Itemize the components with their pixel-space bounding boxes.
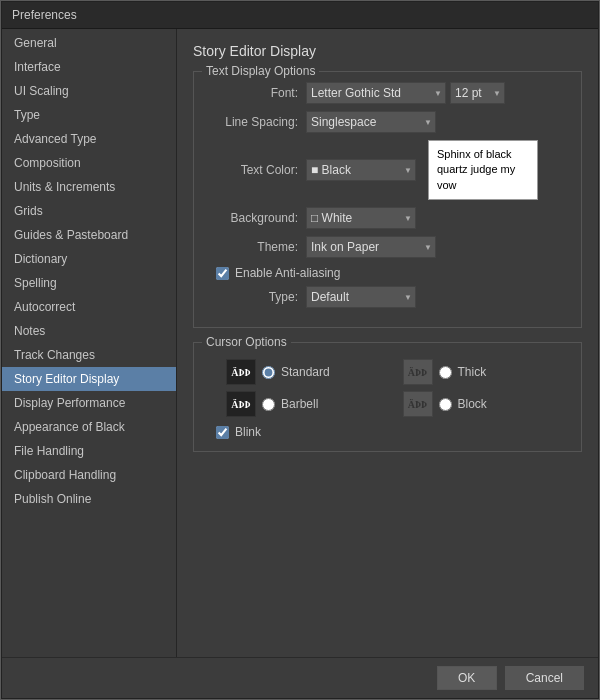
line-spacing-select[interactable]: Singlespace: [306, 111, 436, 133]
cursor-label-barbell[interactable]: Barbell: [281, 397, 318, 411]
antialiasing-checkbox[interactable]: [216, 267, 229, 280]
preview-text: Sphinx of black quartz judge my vow: [437, 148, 515, 191]
text-color-select-wrapper: ■ Black □ White: [306, 159, 416, 181]
blink-label[interactable]: Blink: [235, 425, 261, 439]
panel-title: Story Editor Display: [193, 43, 582, 59]
footer: OK Cancel: [2, 657, 598, 698]
sidebar-list: GeneralInterfaceUI ScalingTypeAdvanced T…: [2, 29, 176, 511]
theme-select-wrapper: Ink on Paper: [306, 236, 436, 258]
background-row: Background: □ White ■ Black: [206, 207, 569, 229]
cursor-icon-block: ÄÞÞ: [403, 391, 433, 417]
sidebar-item-file-handling[interactable]: File Handling: [2, 439, 176, 463]
cursor-radio-barbell[interactable]: [262, 398, 275, 411]
theme-row: Theme: Ink on Paper: [206, 236, 569, 258]
background-controls: □ White ■ Black: [306, 207, 416, 229]
sidebar-item-composition[interactable]: Composition: [2, 151, 176, 175]
theme-controls: Ink on Paper: [306, 236, 436, 258]
cursor-radio-block[interactable]: [439, 398, 452, 411]
sidebar-item-autocorrect[interactable]: Autocorrect: [2, 295, 176, 319]
font-size-select-wrapper: 12 pt: [450, 82, 505, 104]
ok-button[interactable]: OK: [437, 666, 497, 690]
cursor-icon-thick: ÄÞÞ: [403, 359, 433, 385]
text-color-select[interactable]: ■ Black □ White: [306, 159, 416, 181]
title-bar: Preferences: [2, 2, 598, 29]
sidebar-item-grids[interactable]: Grids: [2, 199, 176, 223]
cursor-label-thick[interactable]: Thick: [458, 365, 487, 379]
sidebar-item-dictionary[interactable]: Dictionary: [2, 247, 176, 271]
blink-row: Blink: [216, 425, 569, 439]
text-color-controls: ■ Black □ White Sphinx of black quartz j…: [306, 140, 538, 200]
text-display-group-title: Text Display Options: [202, 64, 319, 78]
text-color-label: Text Color:: [206, 163, 306, 177]
cursor-label-standard[interactable]: Standard: [281, 365, 330, 379]
sidebar-item-advanced-type[interactable]: Advanced Type: [2, 127, 176, 151]
background-select[interactable]: □ White ■ Black: [306, 207, 416, 229]
text-preview-box: Sphinx of black quartz judge my vow: [428, 140, 538, 200]
sidebar: GeneralInterfaceUI ScalingTypeAdvanced T…: [2, 29, 177, 657]
dialog-title: Preferences: [12, 8, 77, 22]
sidebar-item-spelling[interactable]: Spelling: [2, 271, 176, 295]
background-label: Background:: [206, 211, 306, 225]
type-label: Type:: [206, 290, 306, 304]
sidebar-item-display-performance[interactable]: Display Performance: [2, 391, 176, 415]
type-select-wrapper: Default: [306, 286, 416, 308]
font-row: Font: Letter Gothic Std 12 pt: [206, 82, 569, 104]
cursor-group-title: Cursor Options: [202, 335, 291, 349]
type-row: Type: Default: [206, 286, 569, 308]
sidebar-item-story-editor-display[interactable]: Story Editor Display: [2, 367, 176, 391]
cursor-radio-thick[interactable]: [439, 366, 452, 379]
cursor-radio-standard[interactable]: [262, 366, 275, 379]
sidebar-item-ui-scaling[interactable]: UI Scaling: [2, 79, 176, 103]
main-panel: Story Editor Display Text Display Option…: [177, 29, 598, 657]
blink-checkbox[interactable]: [216, 426, 229, 439]
sidebar-item-track-changes[interactable]: Track Changes: [2, 343, 176, 367]
font-controls: Letter Gothic Std 12 pt: [306, 82, 505, 104]
theme-select[interactable]: Ink on Paper: [306, 236, 436, 258]
background-select-wrapper: □ White ■ Black: [306, 207, 416, 229]
sidebar-item-guides--pasteboard[interactable]: Guides & Pasteboard: [2, 223, 176, 247]
text-color-row: Text Color: ■ Black □ White Sphinx of bl…: [206, 140, 569, 200]
cursor-option-standard: ÄÞÞ Standard: [226, 359, 393, 385]
text-display-group: Text Display Options Font: Letter Gothic…: [193, 71, 582, 328]
theme-label: Theme:: [206, 240, 306, 254]
cursor-options-group: Cursor Options ÄÞÞ Standard ÄÞÞ: [193, 342, 582, 452]
line-spacing-select-wrapper: Singlespace: [306, 111, 436, 133]
preferences-dialog: Preferences GeneralInterfaceUI ScalingTy…: [1, 1, 599, 699]
sidebar-item-notes[interactable]: Notes: [2, 319, 176, 343]
cursor-grid: ÄÞÞ Standard ÄÞÞ Thick: [226, 359, 569, 417]
type-controls: Default: [306, 286, 416, 308]
cursor-icon-barbell: ÄÞÞ: [226, 391, 256, 417]
cancel-button[interactable]: Cancel: [505, 666, 584, 690]
line-spacing-row: Line Spacing: Singlespace: [206, 111, 569, 133]
cursor-label-block[interactable]: Block: [458, 397, 487, 411]
line-spacing-controls: Singlespace: [306, 111, 436, 133]
sidebar-item-publish-online[interactable]: Publish Online: [2, 487, 176, 511]
sidebar-item-interface[interactable]: Interface: [2, 55, 176, 79]
sidebar-item-type[interactable]: Type: [2, 103, 176, 127]
sidebar-item-units--increments[interactable]: Units & Increments: [2, 175, 176, 199]
font-size-select[interactable]: 12 pt: [450, 82, 505, 104]
sidebar-item-general[interactable]: General: [2, 31, 176, 55]
font-select[interactable]: Letter Gothic Std: [306, 82, 446, 104]
font-select-wrapper: Letter Gothic Std: [306, 82, 446, 104]
cursor-option-thick: ÄÞÞ Thick: [403, 359, 570, 385]
sidebar-item-appearance-of-black[interactable]: Appearance of Black: [2, 415, 176, 439]
cursor-option-barbell: ÄÞÞ Barbell: [226, 391, 393, 417]
sidebar-item-clipboard-handling[interactable]: Clipboard Handling: [2, 463, 176, 487]
font-label: Font:: [206, 86, 306, 100]
type-select[interactable]: Default: [306, 286, 416, 308]
cursor-option-block: ÄÞÞ Block: [403, 391, 570, 417]
antialiasing-row: Enable Anti-aliasing: [216, 266, 569, 280]
antialiasing-label[interactable]: Enable Anti-aliasing: [235, 266, 340, 280]
cursor-icon-standard: ÄÞÞ: [226, 359, 256, 385]
line-spacing-label: Line Spacing:: [206, 115, 306, 129]
